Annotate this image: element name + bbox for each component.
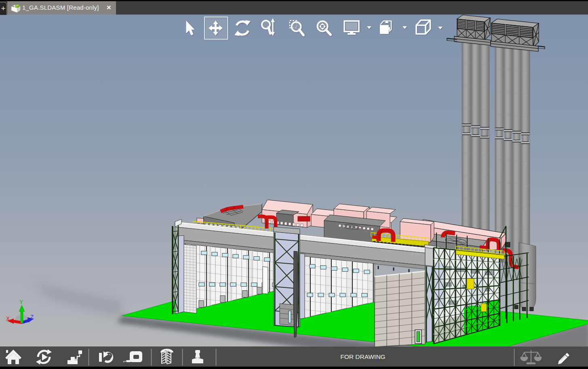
svg-text:X: X — [6, 315, 10, 322]
svg-text:Y: Y — [19, 299, 23, 305]
svg-text:Z: Z — [30, 314, 34, 320]
